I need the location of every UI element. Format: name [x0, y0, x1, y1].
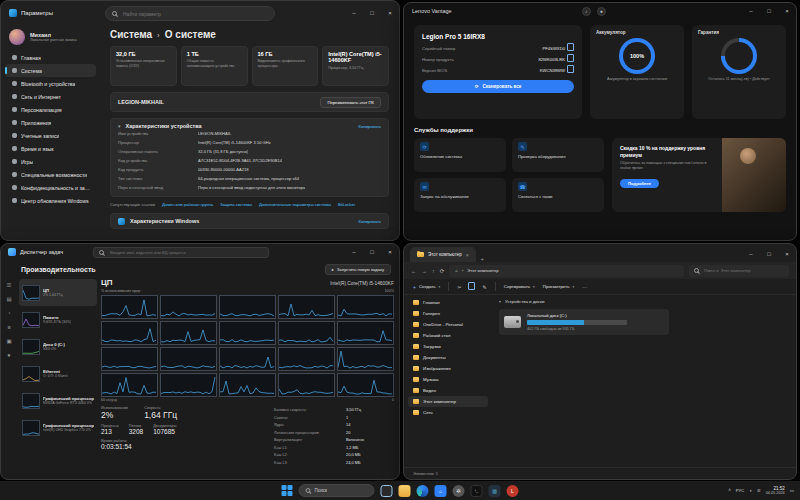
copy-link[interactable]: Копировать	[358, 219, 381, 224]
refresh-button[interactable]	[440, 268, 445, 274]
user-account[interactable]: Михаил Локальная учетная запись	[5, 27, 96, 51]
settings-search-input[interactable]	[121, 10, 268, 18]
network-icon[interactable]	[757, 488, 761, 493]
explorer-search-input[interactable]	[702, 267, 784, 274]
support-tile[interactable]: Связаться с нами	[512, 178, 604, 212]
support-tile[interactable]: Проверка оборудования	[512, 138, 604, 172]
clock[interactable]: 21:52 04.05.2024	[766, 486, 785, 496]
close-button[interactable]	[381, 1, 399, 25]
copy-icon[interactable]	[569, 56, 574, 62]
explorer-nav-item[interactable]: Сеть	[408, 407, 488, 418]
breadcrumb-root[interactable]: Система	[110, 29, 152, 40]
copy-link[interactable]: Копировать	[358, 124, 381, 129]
sidebar-item[interactable]: Конфиденциальность и защита	[5, 181, 96, 194]
processes-icon[interactable]	[6, 296, 11, 302]
maximize-button[interactable]	[363, 1, 381, 25]
performance-sidebar-item[interactable]: Графический процессор 0 NVIDIA GeForce R…	[19, 387, 97, 414]
spec-card[interactable]: 16 ГБ Видеопамять графического процессор…	[252, 46, 319, 86]
copy-icon[interactable]	[569, 45, 574, 51]
performance-sidebar-item[interactable]: Память 9,6/31,8 ГБ (30%)	[19, 306, 97, 333]
copy-icon[interactable]	[569, 67, 574, 73]
related-link[interactable]: Защита системы	[220, 202, 252, 207]
explorer-taskbar-icon[interactable]	[399, 485, 411, 497]
battery-card[interactable]: Аккумулятор 100% Аккумулятор в хорошем с…	[590, 25, 684, 119]
close-button[interactable]	[778, 247, 796, 261]
sidebar-item[interactable]: Персонализация	[5, 103, 96, 116]
forward-button[interactable]	[422, 268, 428, 274]
store-taskbar-icon[interactable]	[435, 485, 447, 497]
explorer-tab[interactable]: Этот компьютер	[410, 247, 476, 262]
explorer-search-box[interactable]	[689, 265, 789, 277]
sidebar-item[interactable]: Специальные возможности	[5, 168, 96, 181]
sidebar-item[interactable]: Приложения	[5, 116, 96, 129]
sidebar-item[interactable]: Центр обновления Windows	[5, 194, 96, 207]
settings-taskbar-icon[interactable]	[453, 485, 465, 497]
spec-card[interactable]: 32,0 ГБ Установленная оперативная память…	[110, 46, 177, 86]
sidebar-item[interactable]: Главная	[5, 51, 96, 64]
taskbar-search[interactable]: Поиск	[299, 484, 375, 497]
hidden-icons-chevron[interactable]	[728, 488, 731, 493]
support-tile[interactable]: Обновление системы	[414, 138, 506, 172]
performance-sidebar-item[interactable]: Ethernet О: 0 П: 0 Кбит/с	[19, 360, 97, 387]
warranty-card[interactable]: Гарантия Осталось 11 месяц(-ев) • Действ…	[692, 25, 786, 119]
task-manager-titlebar[interactable]: Диспетчер задач	[1, 244, 399, 260]
vantage-titlebar[interactable]: Lenovo Vantage	[404, 3, 796, 19]
performance-sidebar-item[interactable]: Диск 0 (C:) SSD 0%	[19, 333, 97, 360]
sort-button[interactable]: Сортировать	[504, 284, 535, 289]
explorer-nav-item[interactable]: Изображения	[408, 363, 488, 374]
explorer-nav-item[interactable]: Видео	[408, 385, 488, 396]
minimize-button[interactable]	[742, 3, 760, 19]
sidebar-item[interactable]: Сеть и Интернет	[5, 90, 96, 103]
task-manager-search-input[interactable]	[108, 249, 263, 256]
terminal-taskbar-icon[interactable]	[471, 485, 483, 497]
minimize-button[interactable]	[742, 247, 760, 261]
sidebar-item[interactable]: Bluetooth и устройства	[5, 77, 96, 90]
support-tile[interactable]: Запрос на обслуживание	[414, 178, 506, 212]
edge-taskbar-icon[interactable]	[417, 485, 429, 497]
explorer-nav-item[interactable]: Документы	[408, 352, 488, 363]
task-manager-taskbar-icon[interactable]	[489, 485, 501, 497]
explorer-nav-item[interactable]: OneDrive - Personal	[408, 319, 488, 330]
rename-pc-button[interactable]: Переименовать этот ПК	[320, 97, 381, 108]
cut-icon[interactable]	[457, 284, 461, 290]
maximize-button[interactable]	[760, 247, 778, 261]
users-icon[interactable]	[7, 352, 10, 358]
new-button[interactable]: Создать	[413, 284, 440, 290]
explorer-nav-item[interactable]: Музыка	[408, 374, 488, 385]
notifications-icon[interactable]	[582, 7, 591, 16]
start-button[interactable]	[282, 485, 293, 496]
profile-icon[interactable]	[597, 7, 606, 16]
close-button[interactable]	[381, 244, 399, 260]
sidebar-item[interactable]: Игры	[5, 155, 96, 168]
run-new-task-button[interactable]: Запустить новую задачу	[325, 264, 391, 275]
performance-sidebar-item[interactable]: ЦП 2% 1,64 ГГц	[19, 279, 97, 306]
maximize-button[interactable]	[760, 3, 778, 19]
scan-all-button[interactable]: Сканировать все	[422, 80, 574, 93]
volume-icon[interactable]	[749, 488, 752, 493]
view-button[interactable]: Просмотреть	[543, 284, 574, 289]
notification-center-icon[interactable]	[790, 488, 794, 493]
language-indicator[interactable]: РУС	[736, 488, 744, 493]
more-icon[interactable]	[582, 284, 587, 290]
explorer-titlebar[interactable]: Этот компьютер	[404, 244, 796, 262]
related-link[interactable]: BitLocker	[338, 202, 355, 207]
task-view-button[interactable]	[381, 485, 393, 497]
sidebar-item[interactable]: Система	[5, 64, 96, 77]
sidebar-item[interactable]: Время и язык	[5, 142, 96, 155]
copy-icon[interactable]	[470, 284, 475, 290]
explorer-nav-item[interactable]: Главная	[408, 297, 488, 308]
tab-close-icon[interactable]	[466, 252, 469, 258]
sidebar-item[interactable]: Учетные записи	[5, 129, 96, 142]
drive-item[interactable]: Локальный диск (C:) 402 ГБ свободно из 9…	[499, 309, 669, 335]
task-manager-search-box[interactable]	[93, 247, 269, 258]
menu-icon[interactable]	[7, 282, 12, 288]
group-header[interactable]: Устройства и диски	[499, 299, 786, 304]
history-icon[interactable]	[7, 324, 10, 330]
settings-search-box[interactable]	[105, 6, 275, 21]
maximize-button[interactable]	[363, 244, 381, 260]
startup-icon[interactable]	[6, 338, 11, 344]
minimize-button[interactable]	[345, 244, 363, 260]
spec-card[interactable]: 1 ТБ Общая емкость запоминающего устройс…	[181, 46, 248, 86]
up-button[interactable]	[432, 268, 435, 274]
address-bar[interactable]: Этот компьютер	[449, 265, 684, 277]
